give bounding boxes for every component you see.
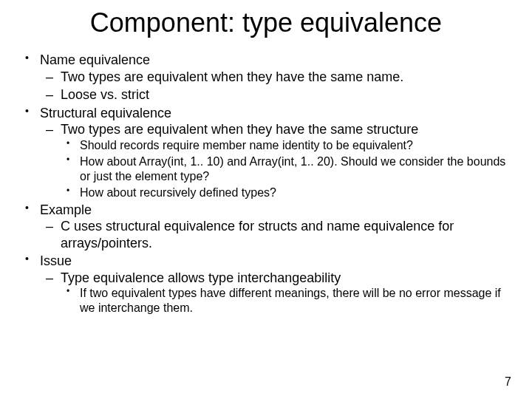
item-text: Two types are equivalent when they have … [61, 122, 418, 137]
item-text: Structural equivalence [40, 106, 171, 120]
item-text: How about Array(int, 1.. 10) and Array(i… [80, 155, 505, 183]
list-item: Should records require member name ident… [61, 138, 511, 153]
list-item: Structural equivalence Two types are equ… [21, 105, 511, 200]
list-item: Type equivalence allows type interchange… [40, 270, 511, 316]
list-item: Issue Type equivalence allows type inter… [21, 253, 511, 316]
item-text: C uses structural equivalence for struct… [61, 219, 454, 250]
list-item: Name equivalence Two types are equivalen… [21, 52, 511, 103]
list-item: Example C uses structural equivalence fo… [21, 202, 511, 252]
item-text: Should records require member name ident… [80, 139, 413, 151]
list-item: How about Array(int, 1.. 10) and Array(i… [61, 154, 511, 184]
item-text: Issue [40, 253, 72, 268]
slide-title: Component: type equivalence [21, 7, 511, 38]
list-item: Two types are equivalent when they have … [40, 121, 511, 200]
page-number: 7 [505, 375, 511, 389]
list-item: If two equivalent types have different m… [61, 286, 511, 316]
item-text: Type equivalence allows type interchange… [61, 270, 341, 285]
item-text: If two equivalent types have different m… [80, 287, 501, 314]
item-text: Two types are equivalent when they have … [61, 69, 403, 84]
item-text: Example [40, 202, 92, 217]
list-item: C uses structural equivalence for struct… [40, 218, 511, 251]
slide: Component: type equivalence Name equival… [0, 0, 532, 399]
bullet-list: Name equivalence Two types are equivalen… [21, 52, 511, 316]
item-text: Name equivalence [40, 52, 150, 67]
list-item: How about recursively defined types? [61, 185, 511, 200]
item-text: Loose vs. strict [61, 87, 149, 102]
item-text: How about recursively defined types? [80, 186, 276, 199]
list-item: Loose vs. strict [40, 86, 511, 103]
list-item: Two types are equivalent when they have … [40, 69, 511, 86]
